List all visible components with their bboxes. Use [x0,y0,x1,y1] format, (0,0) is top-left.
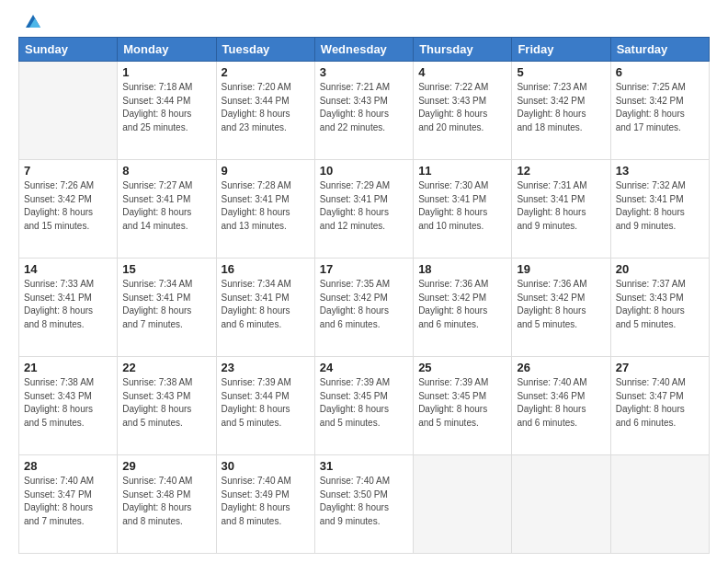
calendar-cell: 6Sunrise: 7:25 AM Sunset: 3:42 PM Daylig… [610,62,709,160]
day-number: 4 [418,65,506,79]
day-number: 22 [122,361,210,374]
day-info: Sunrise: 7:31 AM Sunset: 3:41 PM Dayligh… [517,179,605,233]
calendar-week-3: 14Sunrise: 7:33 AM Sunset: 3:41 PM Dayli… [19,259,710,357]
calendar-cell: 26Sunrise: 7:40 AM Sunset: 3:46 PM Dayli… [512,357,610,455]
calendar-cell: 7Sunrise: 7:26 AM Sunset: 3:42 PM Daylig… [19,160,118,259]
calendar-cell: 31Sunrise: 7:40 AM Sunset: 3:50 PM Dayli… [314,455,413,554]
weekday-header-saturday: Saturday [610,38,709,62]
calendar-cell: 28Sunrise: 7:40 AM Sunset: 3:47 PM Dayli… [19,455,118,554]
day-number: 13 [616,164,704,178]
day-info: Sunrise: 7:39 AM Sunset: 3:45 PM Dayligh… [320,376,408,430]
day-info: Sunrise: 7:39 AM Sunset: 3:45 PM Dayligh… [418,376,506,430]
calendar-cell: 1Sunrise: 7:18 AM Sunset: 3:44 PM Daylig… [118,62,216,160]
page: SundayMondayTuesdayWednesdayThursdayFrid… [0,0,728,563]
calendar-cell: 13Sunrise: 7:32 AM Sunset: 3:41 PM Dayli… [610,160,709,259]
day-number: 17 [320,262,408,276]
weekday-header-thursday: Thursday [414,38,512,62]
calendar-cell [414,455,512,554]
day-number: 28 [24,459,112,473]
day-number: 30 [222,459,310,473]
calendar-cell: 12Sunrise: 7:31 AM Sunset: 3:41 PM Dayli… [512,160,610,259]
weekday-header-tuesday: Tuesday [216,38,314,62]
day-number: 27 [616,361,704,374]
day-info: Sunrise: 7:35 AM Sunset: 3:42 PM Dayligh… [320,278,408,331]
calendar-cell: 18Sunrise: 7:36 AM Sunset: 3:42 PM Dayli… [414,259,512,357]
calendar-week-2: 7Sunrise: 7:26 AM Sunset: 3:42 PM Daylig… [19,160,710,259]
calendar-cell: 23Sunrise: 7:39 AM Sunset: 3:44 PM Dayli… [216,357,314,455]
day-info: Sunrise: 7:38 AM Sunset: 3:43 PM Dayligh… [122,376,210,430]
day-number: 9 [222,164,310,178]
calendar-cell: 24Sunrise: 7:39 AM Sunset: 3:45 PM Dayli… [314,357,413,455]
day-number: 5 [517,65,605,79]
calendar-header-row: SundayMondayTuesdayWednesdayThursdayFrid… [19,38,710,62]
calendar-cell: 30Sunrise: 7:40 AM Sunset: 3:49 PM Dayli… [216,455,314,554]
day-number: 21 [24,361,112,374]
day-number: 3 [320,65,408,79]
header [18,15,710,31]
day-info: Sunrise: 7:34 AM Sunset: 3:41 PM Dayligh… [222,278,310,331]
calendar-cell: 16Sunrise: 7:34 AM Sunset: 3:41 PM Dayli… [216,259,314,357]
day-info: Sunrise: 7:40 AM Sunset: 3:47 PM Dayligh… [24,475,112,528]
calendar-cell [19,62,118,160]
day-number: 10 [320,164,408,178]
day-info: Sunrise: 7:20 AM Sunset: 3:44 PM Dayligh… [222,81,310,134]
day-info: Sunrise: 7:39 AM Sunset: 3:44 PM Dayligh… [222,376,310,430]
logo-icon [20,11,40,31]
day-info: Sunrise: 7:22 AM Sunset: 3:43 PM Dayligh… [418,81,506,134]
calendar-week-5: 28Sunrise: 7:40 AM Sunset: 3:47 PM Dayli… [19,455,710,554]
day-number: 20 [616,262,704,276]
day-info: Sunrise: 7:40 AM Sunset: 3:50 PM Dayligh… [320,475,408,528]
day-number: 16 [222,262,310,276]
day-number: 15 [122,262,210,276]
day-info: Sunrise: 7:28 AM Sunset: 3:41 PM Dayligh… [222,179,310,233]
calendar-cell: 10Sunrise: 7:29 AM Sunset: 3:41 PM Dayli… [314,160,413,259]
calendar-cell: 29Sunrise: 7:40 AM Sunset: 3:48 PM Dayli… [118,455,216,554]
calendar-cell: 17Sunrise: 7:35 AM Sunset: 3:42 PM Dayli… [314,259,413,357]
day-number: 26 [517,361,605,374]
day-info: Sunrise: 7:40 AM Sunset: 3:46 PM Dayligh… [517,376,605,430]
calendar-week-1: 1Sunrise: 7:18 AM Sunset: 3:44 PM Daylig… [19,62,710,160]
calendar-cell: 5Sunrise: 7:23 AM Sunset: 3:42 PM Daylig… [512,62,610,160]
day-number: 6 [616,65,704,79]
day-number: 24 [320,361,408,374]
calendar-week-4: 21Sunrise: 7:38 AM Sunset: 3:43 PM Dayli… [19,357,710,455]
calendar-cell: 25Sunrise: 7:39 AM Sunset: 3:45 PM Dayli… [414,357,512,455]
calendar-cell: 22Sunrise: 7:38 AM Sunset: 3:43 PM Dayli… [118,357,216,455]
calendar-cell: 27Sunrise: 7:40 AM Sunset: 3:47 PM Dayli… [610,357,709,455]
calendar-cell [610,455,709,554]
calendar-cell: 8Sunrise: 7:27 AM Sunset: 3:41 PM Daylig… [118,160,216,259]
day-number: 1 [122,65,210,79]
calendar-cell: 2Sunrise: 7:20 AM Sunset: 3:44 PM Daylig… [216,62,314,160]
day-number: 25 [418,361,506,374]
day-number: 31 [320,459,408,473]
day-info: Sunrise: 7:30 AM Sunset: 3:41 PM Dayligh… [418,179,506,233]
day-number: 12 [517,164,605,178]
day-info: Sunrise: 7:40 AM Sunset: 3:47 PM Dayligh… [616,376,704,430]
day-info: Sunrise: 7:33 AM Sunset: 3:41 PM Dayligh… [24,278,112,331]
day-number: 8 [122,164,210,178]
weekday-header-monday: Monday [118,38,216,62]
calendar-cell: 3Sunrise: 7:21 AM Sunset: 3:43 PM Daylig… [314,62,413,160]
day-number: 23 [222,361,310,374]
day-info: Sunrise: 7:38 AM Sunset: 3:43 PM Dayligh… [24,376,112,430]
day-info: Sunrise: 7:37 AM Sunset: 3:43 PM Dayligh… [616,278,704,331]
calendar-cell: 15Sunrise: 7:34 AM Sunset: 3:41 PM Dayli… [118,259,216,357]
calendar-cell: 20Sunrise: 7:37 AM Sunset: 3:43 PM Dayli… [610,259,709,357]
day-number: 14 [24,262,112,276]
calendar-cell: 21Sunrise: 7:38 AM Sunset: 3:43 PM Dayli… [19,357,118,455]
day-info: Sunrise: 7:40 AM Sunset: 3:49 PM Dayligh… [222,475,310,528]
weekday-header-wednesday: Wednesday [314,38,413,62]
day-info: Sunrise: 7:18 AM Sunset: 3:44 PM Dayligh… [122,81,210,134]
day-info: Sunrise: 7:36 AM Sunset: 3:42 PM Dayligh… [517,278,605,331]
calendar-cell: 4Sunrise: 7:22 AM Sunset: 3:43 PM Daylig… [414,62,512,160]
day-info: Sunrise: 7:27 AM Sunset: 3:41 PM Dayligh… [122,179,210,233]
day-number: 7 [24,164,112,178]
weekday-header-friday: Friday [512,38,610,62]
calendar-cell [512,455,610,554]
day-number: 19 [517,262,605,276]
calendar-cell: 9Sunrise: 7:28 AM Sunset: 3:41 PM Daylig… [216,160,314,259]
logo [18,15,40,31]
weekday-header-sunday: Sunday [19,38,118,62]
day-info: Sunrise: 7:26 AM Sunset: 3:42 PM Dayligh… [24,179,112,233]
calendar-cell: 11Sunrise: 7:30 AM Sunset: 3:41 PM Dayli… [414,160,512,259]
